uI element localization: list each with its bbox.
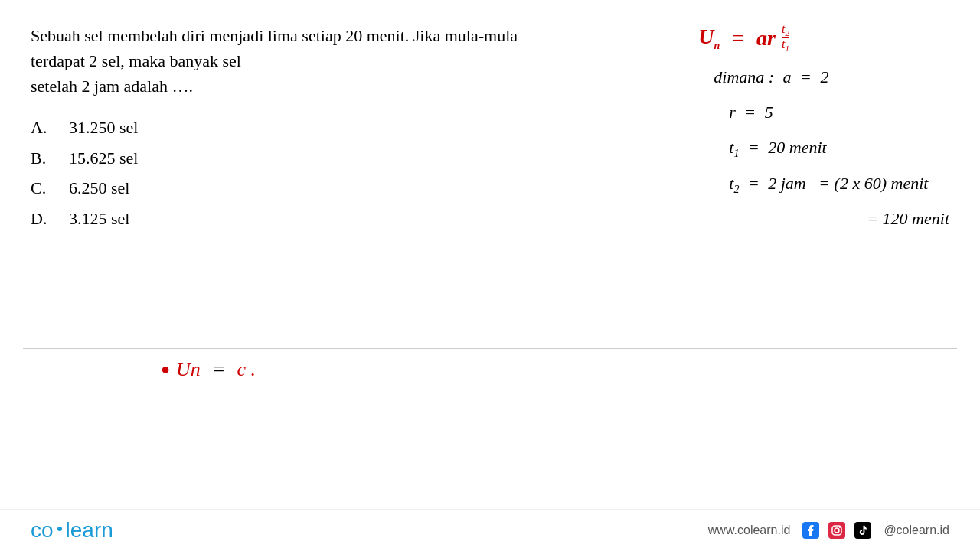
formula-details: dimana : a = 2 r = 5 t1 = 20 menit t2 = … [714, 60, 949, 236]
formula-area: Un = ar t2 t1 dimana : a = 2 r = 5 t1 [698, 23, 949, 237]
eq-t1: = [743, 131, 763, 165]
question-line2: setelah 2 jam adalah …. [31, 77, 193, 96]
logo-learn: learn [66, 518, 113, 543]
svg-point-4 [839, 527, 841, 528]
option-b-value: 15.625 sel [69, 143, 138, 174]
question-line1: Sebuah sel membelah diri menjadi lima se… [31, 26, 518, 70]
option-d-label: D. [31, 204, 54, 234]
formula-row-dimana: dimana : a = 2 [714, 60, 949, 94]
working-line-1: ● Un = c . [23, 348, 957, 390]
facebook-icon [801, 520, 821, 540]
val-120: = 120 menit [867, 202, 949, 236]
logo-dot [57, 527, 62, 531]
logo-co: co [31, 518, 54, 543]
instagram-icon [827, 520, 847, 540]
formula-equals: = [732, 26, 744, 51]
var-t2: t2 [729, 167, 739, 201]
dimana-label: dimana : [714, 60, 778, 94]
formula-main: Un = ar t2 t1 [698, 23, 949, 53]
svg-rect-5 [854, 522, 871, 539]
val-a: 2 [820, 60, 828, 94]
formula-un: Un [698, 24, 720, 52]
formula-row-t1: t1 = 20 menit [729, 131, 949, 165]
svg-rect-1 [828, 522, 845, 539]
footer-url: www.colearn.id [708, 523, 791, 537]
eq-t2: = [743, 167, 763, 201]
formula-row-t2: t2 = 2 jam = (2 x 60) menit [729, 167, 949, 201]
tiktok-icon [853, 520, 873, 540]
val-t2: 2 jam = (2 x 60) menit [768, 167, 928, 201]
var-t1: t1 [729, 131, 739, 165]
formula-row-r: r = 5 [729, 96, 949, 129]
formula-ar: ar [756, 26, 776, 51]
val-t1: 20 menit [768, 131, 826, 165]
social-icons [801, 520, 873, 540]
main-content: Sebuah sel membelah diri menjadi lima se… [0, 0, 980, 249]
option-a-value: 31.250 sel [69, 112, 138, 143]
lines-section: ● Un = c . [0, 348, 980, 474]
footer-right: www.colearn.id [708, 520, 949, 540]
working-line-3 [23, 432, 957, 474]
eq-r: = [740, 96, 760, 129]
question-text: Sebuah sel membelah diri menjadi lima se… [31, 23, 567, 99]
social-handle: @colearn.id [884, 523, 949, 537]
working-un: Un [176, 358, 201, 381]
option-b-label: B. [31, 143, 54, 174]
working-c: c . [237, 358, 256, 381]
formula-row-120: = 120 menit [867, 202, 949, 236]
var-r: r [729, 96, 736, 129]
fraction-numerator: t2 [782, 23, 789, 37]
footer: co learn www.colearn.id [0, 509, 980, 551]
var-a: a [783, 60, 792, 94]
val-r: 5 [765, 96, 773, 129]
fraction-denominator: t1 [782, 37, 789, 53]
bullet-icon: ● [161, 360, 170, 378]
option-d-value: 3.125 sel [69, 204, 129, 234]
colearn-logo: co learn [31, 518, 113, 543]
working-eq: = [208, 358, 230, 381]
working-line-2 [23, 390, 957, 432]
eq-a: = [796, 60, 816, 94]
option-c-value: 6.250 sel [69, 173, 129, 204]
formula-fraction: t2 t1 [782, 23, 789, 53]
option-c-label: C. [31, 173, 54, 204]
option-a-label: A. [31, 112, 54, 143]
